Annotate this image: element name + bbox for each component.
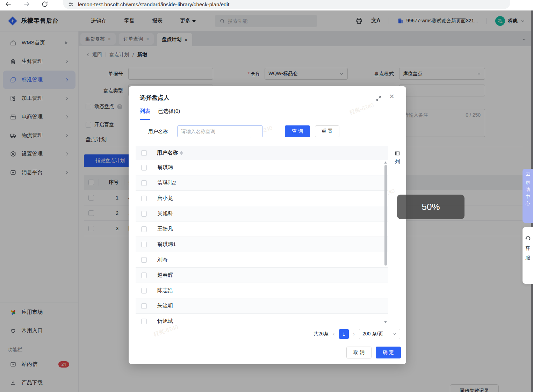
close-icon[interactable]: × (389, 92, 394, 101)
chevron-down-icon (392, 332, 397, 336)
scroll-up-icon[interactable] (384, 161, 387, 164)
user-row[interactable]: 翁琪玮1 (136, 237, 388, 252)
column-settings[interactable]: 列 (393, 151, 402, 165)
row-checkbox[interactable] (141, 273, 147, 278)
zoom-level-toast: 50% (397, 195, 464, 219)
modal-tabs: 列表 已选择(0) (140, 108, 180, 120)
divider (152, 150, 152, 156)
row-checkbox[interactable] (141, 165, 147, 170)
search-button[interactable]: 查 询 (285, 125, 310, 137)
address-bar[interactable]: lemon-test.hnsoft.ch/wms/standard/inside… (63, 0, 510, 9)
url-text: lemon-test.hnsoft.ch/wms/standard/inside… (78, 1, 229, 7)
help-chat-icon (525, 172, 531, 177)
row-checkbox[interactable] (141, 180, 147, 186)
row-checkbox[interactable] (141, 303, 147, 309)
confirm-button[interactable]: 确 定 (376, 347, 401, 358)
user-row[interactable]: 刘奇 (136, 252, 388, 268)
row-checkbox[interactable] (141, 288, 147, 293)
username-filter-input[interactable] (177, 125, 263, 137)
sort-icon[interactable] (180, 151, 183, 155)
pagination: 共26条 ‹ 1 › 200 条/页 (314, 329, 400, 339)
row-checkbox[interactable] (141, 257, 147, 263)
headset-icon (525, 235, 531, 241)
user-row[interactable]: 翁琪玮2 (136, 175, 388, 191)
list-scrollbar[interactable] (383, 161, 388, 323)
user-row[interactable]: 朱淦明 (136, 298, 388, 314)
modal-title: 选择盘点人 (140, 94, 170, 102)
scrollbar-thumb[interactable] (384, 165, 387, 266)
tab-selected[interactable]: 已选择(0) (158, 108, 180, 120)
prev-page-icon[interactable]: ‹ (333, 331, 334, 337)
select-all-checkbox[interactable] (141, 150, 147, 156)
row-checkbox[interactable] (141, 226, 147, 232)
scroll-down-icon[interactable] (384, 321, 387, 323)
watermark: 程爽-6240 (348, 102, 375, 117)
reset-button[interactable]: 重 置 (315, 125, 339, 137)
help-center-tab[interactable]: 帮助中心 (523, 169, 533, 223)
next-page-icon[interactable]: › (353, 331, 355, 337)
browser-back-icon[interactable] (5, 1, 12, 8)
total-count: 共26条 (314, 331, 329, 337)
row-checkbox[interactable] (141, 242, 147, 247)
browser-forward-icon[interactable] (23, 1, 30, 8)
row-checkbox[interactable] (141, 211, 147, 217)
username-filter-label: 用户名称 (148, 125, 168, 137)
site-settings-icon[interactable] (68, 1, 74, 7)
user-row[interactable]: 陈志浩 (136, 283, 388, 298)
row-checkbox[interactable] (141, 196, 147, 201)
expand-icon[interactable] (376, 95, 382, 101)
cancel-button[interactable]: 取 消 (346, 347, 372, 358)
current-page[interactable]: 1 (339, 329, 349, 339)
user-list: 翁琪玮 翁琪玮2 唐小龙 吴旭科 王扬凡 翁琪玮1 刘奇 赵春辉 陈志浩 朱淦明… (136, 160, 388, 325)
select-checker-modal: 程爽-6240 程爽-6240 程爽-6240 程爽-6240 程爽-6240 … (129, 86, 406, 364)
watermark: 程爽-6240 (153, 324, 179, 339)
browser-toolbar: lemon-test.hnsoft.ch/wms/standard/inside… (0, 0, 533, 10)
user-row[interactable]: 唐小龙 (136, 191, 388, 206)
row-checkbox[interactable] (141, 319, 147, 324)
screen: lemon-test.hnsoft.ch/wms/standard/inside… (0, 0, 533, 392)
user-table-header: 用户名称 (136, 146, 388, 160)
tab-list[interactable]: 列表 (140, 108, 150, 120)
modal-footer: 取 消 确 定 (346, 347, 401, 358)
user-row[interactable]: 王扬凡 (136, 222, 388, 237)
user-row[interactable]: 吴旭科 (136, 206, 388, 222)
customer-service-tab[interactable]: 客服 (523, 227, 533, 284)
app-page: 乐檬零售后台 进销存 零售 报表 更多 文A 99677-wms测试账套新页面3… (0, 10, 533, 392)
divider (129, 120, 406, 120)
user-row[interactable]: 赵春辉 (136, 268, 388, 283)
columns-icon (395, 151, 400, 156)
browser-reload-icon[interactable] (41, 1, 48, 8)
user-row[interactable]: 翁琪玮 (136, 160, 388, 175)
user-row[interactable]: 忻旭斌 (136, 314, 388, 325)
user-table: 用户名称 翁琪玮 翁琪玮2 唐小龙 吴旭科 王扬凡 翁琪玮1 刘奇 赵春辉 陈志… (136, 146, 388, 325)
page-size-select[interactable]: 200 条/页 (359, 329, 400, 339)
username-column-header[interactable]: 用户名称 (157, 150, 183, 156)
